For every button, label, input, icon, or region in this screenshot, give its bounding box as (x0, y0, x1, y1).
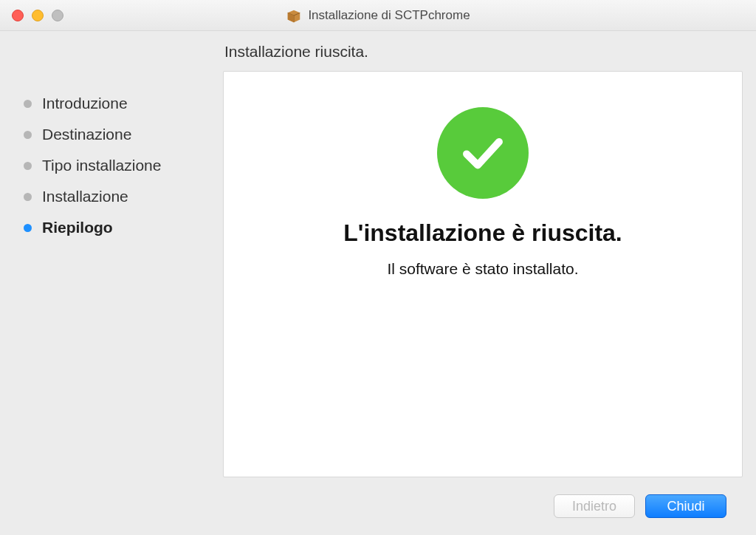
package-icon (286, 7, 302, 24)
columns: Introduzione Destinazione Tipo installaz… (13, 43, 743, 477)
status-heading: Installazione riuscita. (223, 43, 743, 61)
body-area: Introduzione Destinazione Tipo installaz… (0, 31, 756, 535)
traffic-lights (12, 10, 63, 21)
main-panel: Installazione riuscita. L'installazione … (223, 43, 743, 477)
sidebar-step-tipo-installazione: Tipo installazione (24, 157, 223, 174)
step-bullet-icon (24, 131, 32, 139)
success-checkmark-icon (437, 107, 529, 199)
installer-window: Installazione di SCTPchrome Introduzione… (0, 0, 756, 535)
close-window-button[interactable] (12, 10, 24, 21)
back-button: Indietro (554, 494, 635, 518)
zoom-window-button (52, 10, 63, 21)
step-label: Introduzione (42, 95, 128, 112)
title-center: Installazione di SCTPchrome (0, 7, 756, 24)
minimize-window-button[interactable] (32, 10, 44, 21)
footer: Indietro Chiudi (13, 477, 743, 535)
step-bullet-icon (24, 162, 32, 170)
close-button[interactable]: Chiudi (645, 494, 726, 518)
step-label: Installazione (42, 188, 128, 205)
sidebar-step-destinazione: Destinazione (24, 126, 223, 143)
sidebar-step-introduzione: Introduzione (24, 95, 223, 112)
success-subtitle: Il software è stato installato. (387, 260, 578, 278)
titlebar: Installazione di SCTPchrome (0, 0, 756, 31)
step-label: Riepilogo (42, 219, 113, 236)
sidebar-step-riepilogo: Riepilogo (24, 219, 223, 236)
step-label: Destinazione (42, 126, 131, 143)
step-bullet-icon (24, 100, 32, 108)
step-bullet-icon (24, 193, 32, 201)
success-title: L'installazione è riuscita. (343, 219, 622, 247)
window-title: Installazione di SCTPchrome (308, 8, 470, 23)
step-bullet-icon (24, 224, 32, 232)
content-box: L'installazione è riuscita. Il software … (223, 71, 743, 477)
sidebar-step-installazione: Installazione (24, 188, 223, 205)
step-label: Tipo installazione (42, 157, 161, 174)
sidebar: Introduzione Destinazione Tipo installaz… (13, 43, 223, 477)
